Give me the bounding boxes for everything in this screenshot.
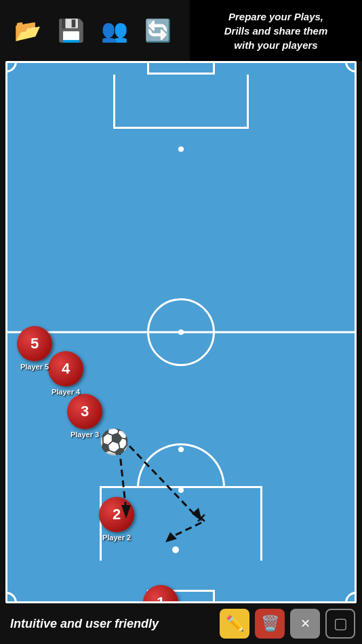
corner-bl [6,592,17,603]
player-1[interactable]: 1 Player 1 [143,585,178,603]
bottom-icons: ✏️ 🗑️ ✕ ▢ [220,609,362,639]
corner-tr [345,62,356,73]
bottom-text: Intuitive and user friendly [0,617,220,631]
refresh-button[interactable]: 🔄 [140,13,176,48]
center-dot [178,329,184,335]
team-button[interactable]: 👥 [97,13,132,48]
open-button[interactable]: 📂 [10,13,45,48]
bottom-penalty-dot [178,487,184,493]
top-penalty-dot [178,146,184,152]
toolbar: 📂 💾 👥 🔄 [0,0,190,61]
court: ✕ 1 Player 1 2 Player 2 3 Player 3 4 Pla… [5,61,357,603]
player-1-circle: 1 [143,585,178,603]
player-5[interactable]: 5 Player 5 [17,326,52,371]
trash-button[interactable]: 🗑️ [255,609,285,639]
corner-tl [6,62,17,73]
bottom-bar: Intuitive and user friendly ✏️ 🗑️ ✕ ▢ [0,603,362,644]
promo-box: Prepare your Plays,Drills and share them… [190,0,362,61]
top-goal [147,61,215,75]
player-3-label: Player 3 [71,430,99,439]
top-penalty-box [113,75,249,129]
player-3[interactable]: 3 Player 3 [67,394,102,439]
player-4-circle: 4 [48,351,83,386]
square-button[interactable]: ▢ [325,609,355,639]
close-button[interactable]: ✕ [290,609,320,639]
player-4-label: Player 4 [52,388,80,396]
player-4[interactable]: 4 Player 4 [48,351,83,396]
promo-text: Prepare your Plays,Drills and share them… [221,6,331,56]
player-2[interactable]: 2 Player 2 [99,497,134,542]
player-5-circle: 5 [17,326,52,361]
player-3-circle: 3 [67,394,102,429]
save-button[interactable]: 💾 [54,13,89,48]
pencil-button[interactable]: ✏️ [220,609,249,639]
corner-br [345,592,356,603]
bottom-center-dot [178,447,184,452]
player-2-circle: 2 [99,497,134,532]
player-5-label: Player 5 [20,363,49,371]
soccer-ball[interactable]: ⚽ [101,429,127,455]
player-2-label: Player 2 [102,534,131,542]
